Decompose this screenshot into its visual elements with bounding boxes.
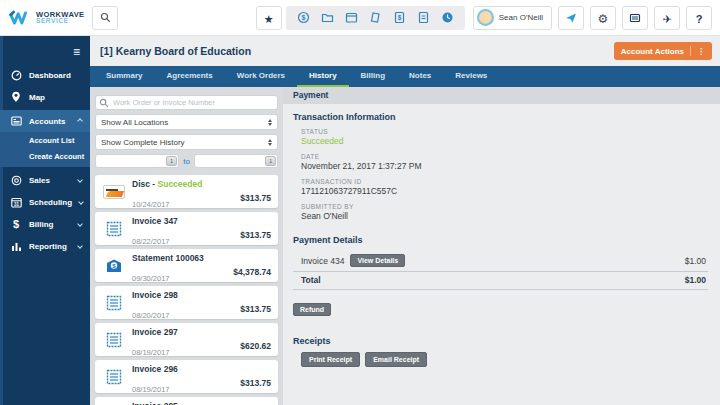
sidebar-item-map[interactable]: Map [0,86,90,108]
logo-product-text: SERVICE [36,18,84,25]
invoice-document-icon[interactable] [417,11,430,24]
date-label: DATE [301,153,708,160]
transaction-id-value: 171121063727911C557C [301,186,708,196]
billing-icon [10,218,22,230]
user-name: Sean O'Neill [499,13,543,22]
history-item-invoice[interactable]: Invoice 298 08/20/2017 $313.75 [95,286,278,319]
receipts-heading: Receipts [293,336,708,346]
more-icon [697,47,705,56]
history-item-status: Succeeded [158,179,203,189]
collapse-menu-icon[interactable] [0,36,90,64]
total-amount: $1.00 [685,275,706,285]
history-item-invoice[interactable]: Invoice 347 08/22/2017 $313.75 [95,212,278,245]
map-pin-icon [10,91,22,103]
calendar-picker-icon[interactable]: 1 [265,156,276,166]
invoice-icon [103,295,125,311]
tab-work-orders[interactable]: Work Orders [225,66,297,87]
history-list-panel: Show All Locations Show Complete History… [90,87,283,405]
history-item-title: Invoice 295 [132,401,178,405]
sidebar-item-scheduling[interactable]: 31 Scheduling [0,191,90,213]
tab-history[interactable]: History [297,66,349,87]
statement-icon: $ [103,258,125,274]
gear-icon [598,9,609,27]
sidebar-item-dashboard[interactable]: Dashboard [0,64,90,86]
history-item-amount: $313.75 [240,230,271,245]
date-to-input[interactable]: 1 [194,154,278,168]
help-button[interactable] [686,6,712,30]
global-search-button[interactable] [92,6,118,30]
submitted-by-label: SUBMITTED BY [301,203,708,210]
history-item-title: Invoice 296 [132,364,178,374]
date-range-filter: 1 to 1 [95,154,278,168]
sidebar-item-label: Billing [29,220,53,229]
calendar-icon[interactable] [345,11,358,24]
folder-icon[interactable] [321,11,334,24]
sidebar-item-billing[interactable]: Billing [0,213,90,235]
account-actions-button[interactable]: Account Actions [614,42,712,60]
history-filter-select[interactable]: Show Complete History [95,134,278,150]
submitted-by-field: SUBMITTED BY Sean O'Neill [293,203,708,221]
main-area: [1] Kearny Board of Education Account Ac… [90,36,720,405]
email-receipt-button[interactable]: Email Receipt [365,352,427,367]
payment-detail-panel: Payment Transaction Information STATUS S… [283,87,720,405]
history-item-invoice[interactable]: Invoice 295 08/19/2017 $313.75 [95,397,278,405]
history-item-amount: $4,378.74 [233,267,271,282]
discover-card-icon [103,185,125,199]
history-item-payment[interactable]: Disc - Succeeded 10/24/2017 $313.75 [95,175,278,208]
tab-billing[interactable]: Billing [349,66,397,87]
calendar-picker-icon[interactable]: 1 [166,156,177,166]
flights-button[interactable] [654,6,680,30]
avatar [477,9,494,26]
tab-reviews[interactable]: Reviews [443,66,499,87]
history-item-invoice[interactable]: Invoice 296 08/19/2017 $313.75 [95,360,278,393]
sidebar-item-reporting[interactable]: Reporting [0,235,90,257]
history-item-invoice[interactable]: Invoice 297 08/19/2017 $620.62 [95,323,278,356]
accounts-icon [10,116,22,126]
settings-button[interactable] [590,6,616,30]
star-icon [264,9,274,27]
payment-details-heading: Payment Details [293,235,708,245]
help-icon [696,9,703,27]
estimate-icon[interactable]: $ [393,11,406,24]
history-item-title: Invoice 298 [132,290,178,300]
invoice-icon [103,369,125,385]
send-button[interactable] [558,6,584,30]
refund-button[interactable]: Refund [293,303,331,316]
view-details-button[interactable]: View Details [350,254,405,267]
sidebar-item-create-account[interactable]: Create Account [0,148,90,164]
search-input[interactable] [95,95,278,110]
reporting-icon [10,241,22,252]
user-menu[interactable]: Sean O'Neill [473,6,552,30]
history-item-date: 10/24/2017 [132,200,170,209]
tab-agreements[interactable]: Agreements [154,66,224,87]
print-receipt-button[interactable]: Print Receipt [301,352,360,367]
transaction-id-field: TRANSACTION ID 171121063727911C557C [293,178,708,196]
status-label: STATUS [301,128,708,135]
date-value: November 21, 2017 1:37:27 PM [301,161,708,171]
location-filter-select[interactable]: Show All Locations [95,114,278,130]
history-item-amount: $313.75 [240,378,271,393]
tab-summary[interactable]: Summary [94,66,154,87]
location-filter-value: Show All Locations [101,118,168,127]
history-item-date: 08/19/2017 [132,348,170,357]
device-button[interactable] [622,6,648,30]
history-clock-icon[interactable] [441,11,454,24]
sidebar-item-account-list[interactable]: Account List [0,132,90,148]
history-item-statement[interactable]: $ Statement 100063 09/30/2017 $4,378.74 [95,249,278,282]
date-from-input[interactable]: 1 [95,154,179,168]
tab-notes[interactable]: Notes [397,66,443,87]
button-divider [690,46,691,56]
status-value: Succeeded [301,136,708,146]
payment-panel-title: Payment [283,87,720,104]
sidebar-item-sales[interactable]: Sales [0,169,90,191]
transaction-info-heading: Transaction Information [293,112,708,122]
dashboard-icon [10,70,22,81]
history-item-date: 08/19/2017 [132,385,170,394]
receipt-icon[interactable] [369,11,382,24]
plane-icon [662,9,671,27]
sidebar-item-accounts[interactable]: Accounts [0,110,90,132]
paper-plane-icon [565,12,577,24]
favorites-button[interactable] [256,6,282,30]
money-icon[interactable]: $ [297,11,310,24]
payment-line-item: Invoice 434 [301,256,344,266]
